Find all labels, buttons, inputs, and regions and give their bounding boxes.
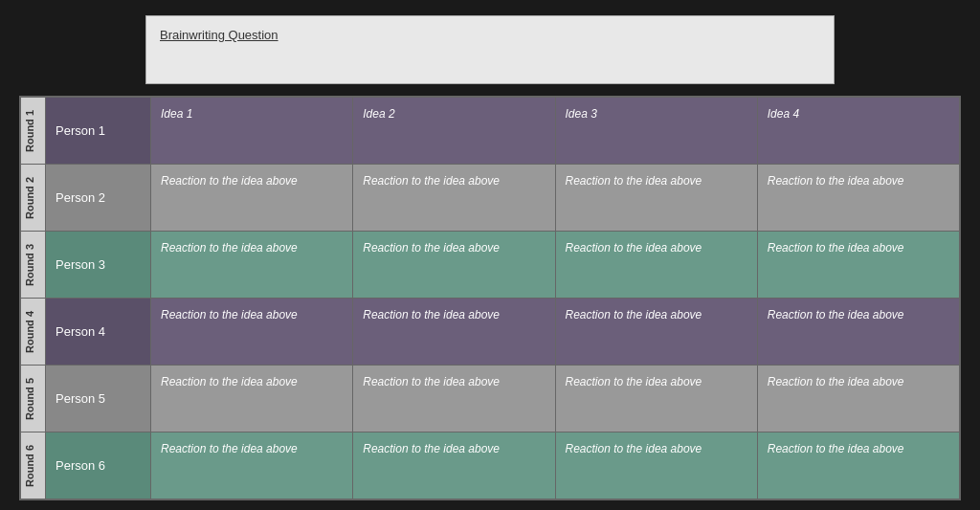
round-label-1: Round 1 [21,98,46,165]
round-label-3: Round 3 [21,232,46,299]
idea-cell-r6-c3[interactable]: Reaction to the idea above [555,432,757,499]
question-label: Brainwriting Question [160,28,278,42]
round-label-6: Round 6 [21,432,46,499]
idea-cell-r3-c4[interactable]: Reaction to the idea above [757,232,959,299]
idea-cell-r6-c2[interactable]: Reaction to the idea above [353,432,555,499]
person-cell-5[interactable]: Person 5 [46,366,151,432]
idea-cell-r3-c3[interactable]: Reaction to the idea above [555,232,757,299]
idea-cell-r5-c2[interactable]: Reaction to the idea above [353,366,555,432]
idea-cell-r1-c3[interactable]: Idea 3 [555,98,757,165]
idea-cell-r2-c4[interactable]: Reaction to the idea above [757,165,959,232]
round-label-5: Round 5 [21,366,46,432]
round-label-4: Round 4 [21,299,46,366]
idea-cell-r6-c4[interactable]: Reaction to the idea above [757,432,959,499]
person-cell-2[interactable]: Person 2 [46,165,151,232]
idea-cell-r1-c4[interactable]: Idea 4 [757,98,959,165]
idea-cell-r1-c1[interactable]: Idea 1 [151,98,353,165]
idea-cell-r2-c3[interactable]: Reaction to the idea above [555,165,757,232]
idea-cell-r2-c1[interactable]: Reaction to the idea above [151,165,353,232]
idea-cell-r5-c4[interactable]: Reaction to the idea above [757,366,959,432]
idea-cell-r4-c1[interactable]: Reaction to the idea above [151,299,353,366]
idea-cell-r1-c2[interactable]: Idea 2 [353,98,555,165]
idea-cell-r3-c1[interactable]: Reaction to the idea above [151,232,353,299]
idea-cell-r5-c1[interactable]: Reaction to the idea above [151,366,353,432]
brainwriting-table: Round 1Person 1Idea 1Idea 2Idea 3Idea 4R… [19,96,961,500]
idea-cell-r2-c2[interactable]: Reaction to the idea above [353,165,555,232]
idea-cell-r6-c1[interactable]: Reaction to the idea above [151,432,353,499]
person-cell-1[interactable]: Person 1 [46,98,151,165]
idea-cell-r4-c3[interactable]: Reaction to the idea above [555,299,757,366]
person-cell-3[interactable]: Person 3 [46,232,151,299]
person-cell-6[interactable]: Person 6 [46,432,151,499]
round-label-2: Round 2 [21,165,46,232]
idea-cell-r4-c2[interactable]: Reaction to the idea above [353,299,555,366]
idea-cell-r4-c4[interactable]: Reaction to the idea above [757,299,959,366]
person-cell-4[interactable]: Person 4 [46,299,151,366]
question-box[interactable]: Brainwriting Question [145,15,835,84]
idea-cell-r3-c2[interactable]: Reaction to the idea above [353,232,555,299]
idea-cell-r5-c3[interactable]: Reaction to the idea above [555,366,757,432]
